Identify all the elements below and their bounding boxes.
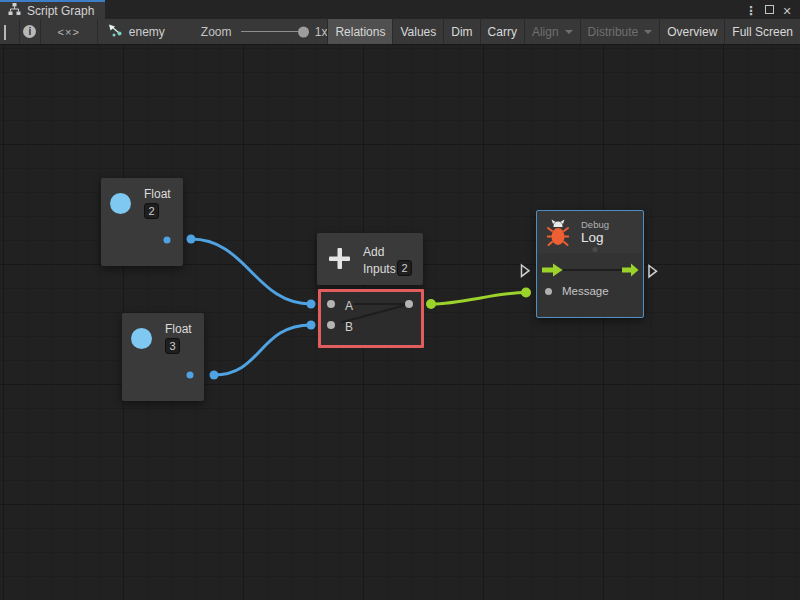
add-node[interactable]: Add Inputs 2 A B <box>317 233 423 393</box>
graph-asset-icon <box>108 24 123 40</box>
node-title: Float <box>165 322 192 336</box>
flow-connector-right-icon[interactable] <box>649 266 657 277</box>
close-icon[interactable] <box>779 2 795 18</box>
chevron-down-icon <box>644 30 652 34</box>
info-icon <box>23 25 36 38</box>
overview-button[interactable]: Overview <box>659 19 724 44</box>
node-category: Debug <box>581 219 609 230</box>
zoom-slider[interactable] <box>241 19 305 44</box>
zoom-value: 1x <box>315 19 328 44</box>
graph-canvas[interactable]: Float 2 Float 3 Add Inputs 2 A B <box>0 45 800 600</box>
plus-icon <box>327 246 352 275</box>
add-node-ports-selection[interactable]: A B <box>318 289 424 348</box>
bug-icon <box>547 219 569 251</box>
wire-bead[interactable] <box>307 321 316 330</box>
dim-button[interactable]: Dim <box>443 19 479 44</box>
wire-bead[interactable] <box>426 299 436 309</box>
wire-float1-to-add-a[interactable] <box>191 239 311 304</box>
carry-button[interactable]: Carry <box>480 19 524 44</box>
maximize-icon[interactable] <box>761 2 777 18</box>
wire-bead[interactable] <box>187 235 196 244</box>
zoom-slider-handle[interactable] <box>298 26 309 37</box>
zoom-label: Zoom <box>201 19 232 44</box>
float-circle-icon <box>131 328 152 349</box>
wire-add-to-message[interactable] <box>431 293 526 305</box>
float-circle-icon <box>110 193 131 214</box>
chevron-down-icon <box>565 30 573 34</box>
port-label-b: B <box>345 320 353 334</box>
node-title: Float <box>144 187 171 201</box>
tab-title: Script Graph <box>27 4 94 18</box>
code-literal-button[interactable] <box>41 19 98 44</box>
tab-script-graph[interactable]: Script Graph <box>0 0 105 19</box>
info-button[interactable] <box>20 19 41 44</box>
lock-button[interactable] <box>0 19 20 44</box>
wire-bead[interactable] <box>210 371 219 380</box>
full-screen-button[interactable]: Full Screen <box>724 19 800 44</box>
kebab-menu-icon[interactable] <box>743 2 759 18</box>
float-value-field[interactable]: 2 <box>144 203 159 219</box>
node-title: Add <box>363 245 384 259</box>
add-node-header[interactable]: Add Inputs 2 <box>317 233 423 285</box>
wire-bead[interactable] <box>307 300 316 309</box>
graph-name: enemy <box>129 25 165 39</box>
graph-toolbar: enemy Zoom 1x Relations Values Dim Carry… <box>0 19 800 45</box>
distribute-dropdown[interactable]: Distribute <box>580 19 660 44</box>
flow-connector-left-icon[interactable] <box>522 265 530 276</box>
code-literal-icon <box>58 26 80 38</box>
graph-hierarchy-icon <box>8 3 21 18</box>
align-dropdown[interactable]: Align <box>524 19 580 44</box>
title-bar: Script Graph <box>0 0 800 19</box>
node-title: Log <box>581 230 604 245</box>
inputs-label: Inputs <box>363 262 396 276</box>
message-port-label: Message <box>562 285 609 297</box>
wire-bead[interactable] <box>521 288 531 298</box>
relations-button[interactable]: Relations <box>327 19 392 44</box>
float-node-2[interactable]: Float 3 <box>122 313 204 401</box>
window-controls <box>743 0 800 19</box>
wire-float2-to-add-b[interactable] <box>214 325 311 375</box>
lock-icon <box>4 26 15 38</box>
port-label-a: A <box>345 299 353 313</box>
graph-breadcrumb[interactable]: enemy <box>98 19 165 44</box>
debug-log-node[interactable]: Debug Log Message <box>536 210 644 318</box>
values-button[interactable]: Values <box>392 19 443 44</box>
zoom-slider-track <box>241 31 305 32</box>
float-node-1[interactable]: Float 2 <box>101 178 183 266</box>
inputs-count-field[interactable]: 2 <box>397 260 412 276</box>
float-value-field[interactable]: 3 <box>165 338 180 354</box>
